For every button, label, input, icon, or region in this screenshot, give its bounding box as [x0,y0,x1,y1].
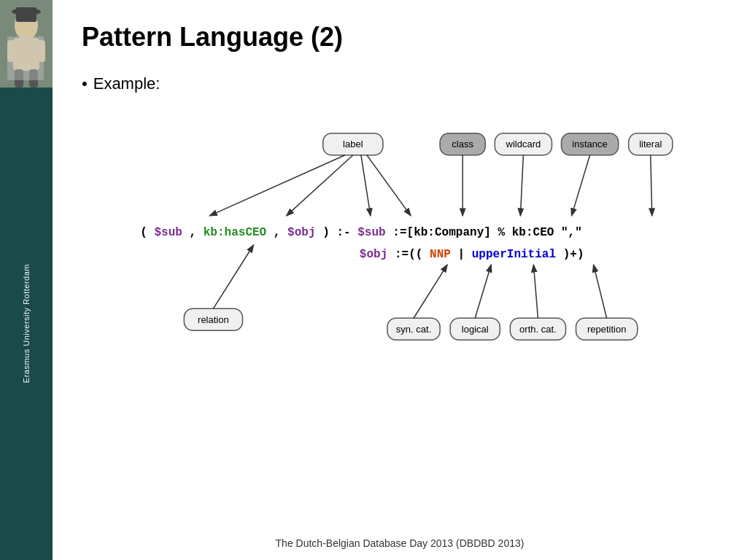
label-node-text: label [343,139,363,149]
arrow-orthcat-upper [533,265,538,318]
svg-rect-8 [16,7,36,22]
svg-rect-5 [15,69,23,88]
svg-rect-3 [7,40,18,62]
orth-cat-node-text: orth. cat. [519,324,557,335]
arrow-label-obj [361,155,371,216]
literal-node-text: literal [639,139,662,149]
example-text: Example: [93,74,160,93]
arrow-literal-comma [651,155,652,216]
arrow-label-hasceo [287,155,353,216]
university-name: Erasmus University Rotterdam [22,264,31,383]
arrow-label-sub2 [367,155,411,216]
bullet-point: • [82,74,88,93]
svg-rect-4 [35,40,45,62]
sidebar-text-container: Erasmus University Rotterdam [22,88,31,560]
svg-rect-2 [13,38,39,71]
arrow-relation-hasceo [213,245,253,308]
class-node-text: class [452,139,473,149]
arrow-logical-pipe [475,265,491,318]
diagram-area: label class wildcard instance literal [82,115,718,378]
arrow-syncat-nnp [414,265,447,318]
main-content: Pattern Language (2) • Example: [53,0,747,560]
arrow-label-sub [209,155,344,216]
arrow-wildcard-pct [520,155,523,216]
example-section: • Example: [82,74,718,93]
page-title: Pattern Language (2) [82,22,718,52]
diagram-svg: label class wildcard instance literal [82,115,718,378]
footer-text: The Dutch-Belgian Database Day 2013 (DBD… [276,537,525,549]
svg-rect-6 [29,69,38,88]
repetition-node-text: repetition [587,324,627,335]
sidebar-image [0,0,53,88]
logical-node-text: logical [462,324,489,335]
arrow-instance-ceo [572,155,590,216]
wildcard-node-text: wildcard [506,139,541,149]
code-line1: ( $sub , kb:hasCEO , $obj ) :- $sub :=[k… [140,226,582,239]
footer: The Dutch-Belgian Database Day 2013 (DBD… [53,537,747,549]
sidebar: Erasmus University Rotterdam [0,0,53,560]
syn-cat-node-text: syn. cat. [396,324,431,335]
arrow-repetition-plus [594,265,607,318]
relation-node-text: relation [198,314,229,325]
code-line2: $obj :=(( NNP | upperInitial )+) [360,248,584,261]
instance-node-text: instance [572,139,607,149]
